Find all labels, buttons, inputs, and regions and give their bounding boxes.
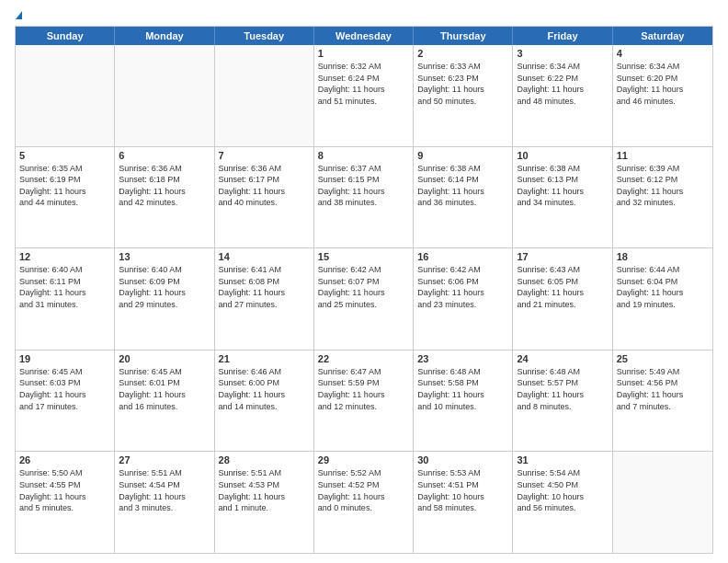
day-cell-11: 11Sunrise: 6:39 AMSunset: 6:12 PMDayligh… xyxy=(613,147,712,248)
day-cell-18: 18Sunrise: 6:44 AMSunset: 6:04 PMDayligh… xyxy=(613,248,712,350)
cell-text: Sunset: 5:58 PM xyxy=(417,377,508,389)
cell-text: Sunset: 6:20 PM xyxy=(617,73,709,85)
day-cell-31: 31Sunrise: 5:54 AMSunset: 4:50 PMDayligh… xyxy=(513,452,612,553)
day-cell-14: 14Sunrise: 6:41 AMSunset: 6:08 PMDayligh… xyxy=(215,248,314,350)
cell-text: Sunrise: 5:50 AM xyxy=(19,467,110,479)
cell-text: and 19 minutes. xyxy=(617,299,709,311)
day-number: 30 xyxy=(417,454,508,465)
day-number: 22 xyxy=(318,353,409,364)
cell-text: Sunset: 6:19 PM xyxy=(19,174,110,186)
day-number: 8 xyxy=(318,150,409,161)
day-cell-3: 3Sunrise: 6:34 AMSunset: 6:22 PMDaylight… xyxy=(513,45,612,146)
cell-text: Sunset: 4:56 PM xyxy=(617,377,709,389)
cell-text: Daylight: 11 hours xyxy=(617,287,709,299)
cell-text: Sunrise: 6:41 AM xyxy=(219,264,310,276)
page: SundayMondayTuesdayWednesdayThursdayFrid… xyxy=(0,0,728,563)
cell-text: and 25 minutes. xyxy=(318,299,409,311)
cell-text: Daylight: 11 hours xyxy=(617,186,709,198)
cell-text: Daylight: 11 hours xyxy=(219,389,310,401)
day-cell-12: 12Sunrise: 6:40 AMSunset: 6:11 PMDayligh… xyxy=(16,248,115,350)
header xyxy=(15,11,713,20)
week-row-1: 1Sunrise: 6:32 AMSunset: 6:24 PMDaylight… xyxy=(16,45,712,147)
day-cell-1: 1Sunrise: 6:32 AMSunset: 6:24 PMDaylight… xyxy=(314,45,414,146)
cell-text: Sunrise: 6:40 AM xyxy=(119,264,210,276)
cell-text: Sunrise: 6:42 AM xyxy=(417,264,508,276)
day-cell-6: 6Sunrise: 6:36 AMSunset: 6:18 PMDaylight… xyxy=(115,147,214,248)
cell-text: Daylight: 11 hours xyxy=(119,186,210,198)
cell-text: Daylight: 10 hours xyxy=(517,491,608,503)
cell-text: and 48 minutes. xyxy=(517,96,608,108)
empty-cell-4-6 xyxy=(613,452,712,553)
day-number: 3 xyxy=(517,48,608,59)
day-number: 23 xyxy=(417,353,508,364)
cell-text: Sunrise: 6:48 AM xyxy=(417,366,508,378)
cell-text: Daylight: 11 hours xyxy=(318,186,409,198)
cell-text: Sunset: 6:23 PM xyxy=(417,73,508,85)
day-cell-17: 17Sunrise: 6:43 AMSunset: 6:05 PMDayligh… xyxy=(513,248,612,350)
day-number: 4 xyxy=(617,48,709,59)
cell-text: Sunset: 4:54 PM xyxy=(119,479,210,491)
cell-text: and 23 minutes. xyxy=(417,299,508,311)
cell-text: Sunrise: 6:45 AM xyxy=(19,366,110,378)
cell-text: Daylight: 11 hours xyxy=(19,389,110,401)
cell-text: Daylight: 11 hours xyxy=(417,186,508,198)
cell-text: Sunrise: 6:33 AM xyxy=(417,61,508,73)
day-number: 26 xyxy=(19,454,110,465)
day-number: 31 xyxy=(517,454,608,465)
cell-text: Sunrise: 6:36 AM xyxy=(119,163,210,175)
cell-text: Sunrise: 6:38 AM xyxy=(417,163,508,175)
day-cell-21: 21Sunrise: 6:46 AMSunset: 6:00 PMDayligh… xyxy=(215,350,314,452)
cell-text: Sunrise: 6:37 AM xyxy=(318,163,409,175)
cell-text: Sunrise: 6:43 AM xyxy=(517,264,608,276)
day-cell-4: 4Sunrise: 6:34 AMSunset: 6:20 PMDaylight… xyxy=(613,45,712,146)
cell-text: and 44 minutes. xyxy=(19,197,110,209)
day-number: 6 xyxy=(119,150,210,161)
empty-cell-0-0 xyxy=(16,45,115,146)
day-number: 7 xyxy=(219,150,310,161)
cell-text: and 50 minutes. xyxy=(417,96,508,108)
day-number: 14 xyxy=(219,251,310,262)
day-cell-5: 5Sunrise: 6:35 AMSunset: 6:19 PMDaylight… xyxy=(16,147,115,248)
cell-text: and 36 minutes. xyxy=(417,197,508,209)
cell-text: Sunset: 6:07 PM xyxy=(318,276,409,288)
day-number: 18 xyxy=(617,251,709,262)
header-thursday: Thursday xyxy=(414,27,513,45)
day-cell-20: 20Sunrise: 6:45 AMSunset: 6:01 PMDayligh… xyxy=(115,350,214,452)
cell-text: Daylight: 11 hours xyxy=(417,84,508,96)
cell-text: Sunset: 6:15 PM xyxy=(318,174,409,186)
cell-text: Sunset: 4:53 PM xyxy=(219,479,310,491)
day-number: 21 xyxy=(219,353,310,364)
cell-text: Daylight: 11 hours xyxy=(417,287,508,299)
week-row-3: 12Sunrise: 6:40 AMSunset: 6:11 PMDayligh… xyxy=(16,248,712,350)
cell-text: Daylight: 11 hours xyxy=(19,491,110,503)
day-cell-23: 23Sunrise: 6:48 AMSunset: 5:58 PMDayligh… xyxy=(414,350,513,452)
cell-text: Daylight: 11 hours xyxy=(517,287,608,299)
day-cell-15: 15Sunrise: 6:42 AMSunset: 6:07 PMDayligh… xyxy=(314,248,414,350)
cell-text: Sunrise: 6:44 AM xyxy=(617,264,709,276)
cell-text: Daylight: 11 hours xyxy=(19,287,110,299)
cell-text: and 5 minutes. xyxy=(19,502,110,514)
cell-text: Sunrise: 5:51 AM xyxy=(119,467,210,479)
day-cell-10: 10Sunrise: 6:38 AMSunset: 6:13 PMDayligh… xyxy=(513,147,612,248)
cell-text: and 3 minutes. xyxy=(119,502,210,514)
calendar-body: 1Sunrise: 6:32 AMSunset: 6:24 PMDaylight… xyxy=(16,45,712,553)
cell-text: Sunrise: 6:40 AM xyxy=(19,264,110,276)
logo xyxy=(15,11,22,20)
day-number: 20 xyxy=(119,353,210,364)
cell-text: Sunset: 6:08 PM xyxy=(219,276,310,288)
cell-text: Sunrise: 5:49 AM xyxy=(617,366,709,378)
cell-text: and 21 minutes. xyxy=(517,299,608,311)
cell-text: Sunset: 6:01 PM xyxy=(119,377,210,389)
cell-text: and 7 minutes. xyxy=(617,401,709,413)
day-number: 16 xyxy=(417,251,508,262)
day-number: 1 xyxy=(318,48,409,59)
day-cell-24: 24Sunrise: 6:48 AMSunset: 5:57 PMDayligh… xyxy=(513,350,612,452)
cell-text: Sunset: 6:03 PM xyxy=(19,377,110,389)
day-cell-19: 19Sunrise: 6:45 AMSunset: 6:03 PMDayligh… xyxy=(16,350,115,452)
day-number: 10 xyxy=(517,150,608,161)
cell-text: Sunrise: 6:39 AM xyxy=(617,163,709,175)
cell-text: Sunset: 6:11 PM xyxy=(19,276,110,288)
cell-text: Daylight: 11 hours xyxy=(119,491,210,503)
header-wednesday: Wednesday xyxy=(314,27,414,45)
empty-cell-0-2 xyxy=(215,45,314,146)
